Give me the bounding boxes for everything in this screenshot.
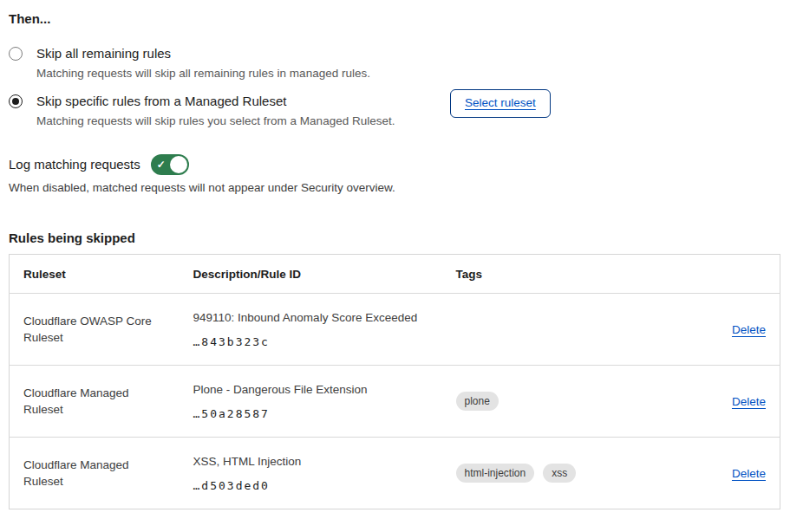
option-skip-specific-rules: Skip specific rules from a Managed Rules…	[9, 93, 781, 129]
tags-cell	[442, 294, 642, 366]
radio-skip-all-remaining[interactable]	[9, 47, 23, 61]
tags-group: plone	[456, 392, 628, 411]
table-row: Cloudflare OWASP Core Ruleset 949110: In…	[10, 294, 780, 366]
page-root: Then... Skip all remaining rules Matchin…	[0, 0, 790, 509]
option-skip-all-body: Skip all remaining rules Matching reques…	[36, 45, 370, 81]
column-header-description-rule-id: Description/Rule ID	[180, 255, 442, 294]
delete-rule-link[interactable]: Delete	[732, 395, 766, 408]
column-header-actions	[642, 255, 780, 294]
option-skip-specific-description: Matching requests will skip rules you se…	[36, 114, 395, 129]
tag-chip: plone	[456, 392, 499, 411]
table-row: Cloudflare Managed Ruleset Plone - Dange…	[10, 366, 780, 438]
actions-cell: Delete	[642, 294, 780, 366]
option-skip-all-description: Matching requests will skip all remainin…	[36, 66, 370, 81]
rules-skipped-table: Ruleset Description/Rule ID Tags Cloudfl…	[9, 254, 780, 509]
description-cell: 949110: Inbound Anomaly Score Exceeded ……	[180, 294, 442, 366]
tags-cell: html-injection xss	[442, 438, 642, 509]
select-ruleset-button[interactable]: Select ruleset	[450, 89, 551, 118]
log-requests-label: Log matching requests	[9, 154, 140, 175]
ruleset-cell: Cloudflare Managed Ruleset	[10, 366, 180, 438]
rule-description: XSS, HTML Injection	[193, 455, 302, 468]
rule-id: …50a28587	[193, 405, 428, 422]
rule-description: 949110: Inbound Anomaly Score Exceeded	[193, 311, 418, 324]
delete-rule-link[interactable]: Delete	[732, 323, 766, 336]
log-requests-row: Log matching requests ✓	[9, 154, 781, 175]
column-header-tags: Tags	[442, 255, 642, 294]
radio-skip-specific-rules[interactable]	[9, 94, 23, 108]
option-skip-all-remaining: Skip all remaining rules Matching reques…	[9, 45, 781, 81]
tag-chip: html-injection	[456, 464, 535, 483]
rule-id: …843b323c	[193, 334, 428, 350]
column-header-ruleset: Ruleset	[10, 255, 180, 294]
option-skip-specific-label[interactable]: Skip specific rules from a Managed Rules…	[36, 93, 395, 110]
ruleset-cell: Cloudflare Managed Ruleset	[10, 438, 180, 509]
rule-id: …d503ded0	[193, 477, 428, 494]
table-header-row: Ruleset Description/Rule ID Tags	[10, 255, 780, 294]
option-skip-specific-body: Skip specific rules from a Managed Rules…	[36, 93, 395, 129]
delete-rule-link[interactable]: Delete	[732, 467, 766, 480]
log-requests-toggle[interactable]: ✓	[151, 154, 189, 175]
tags-group: html-injection xss	[456, 464, 628, 483]
rules-skipped-heading: Rules being skipped	[9, 230, 781, 246]
rule-description: Plone - Dangerous File Extension	[193, 383, 368, 396]
check-icon: ✓	[157, 158, 166, 172]
tags-cell: plone	[442, 366, 642, 438]
log-requests-description: When disabled, matched requests will not…	[9, 180, 781, 196]
then-heading: Then...	[9, 11, 781, 27]
actions-cell: Delete	[642, 366, 780, 438]
actions-cell: Delete	[642, 438, 780, 509]
table-row: Cloudflare Managed Ruleset XSS, HTML Inj…	[10, 438, 780, 509]
ruleset-cell: Cloudflare OWASP Core Ruleset	[10, 294, 180, 366]
toggle-knob[interactable]	[170, 156, 187, 173]
option-skip-all-label[interactable]: Skip all remaining rules	[36, 45, 370, 62]
description-cell: XSS, HTML Injection …d503ded0	[180, 438, 442, 509]
tag-chip: xss	[543, 464, 576, 483]
description-cell: Plone - Dangerous File Extension …50a285…	[180, 366, 442, 438]
